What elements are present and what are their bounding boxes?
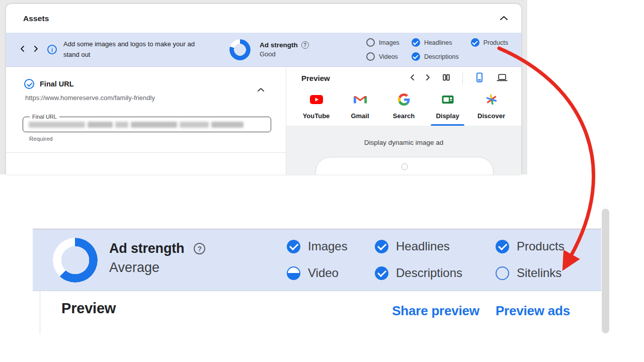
tab-label: YouTube bbox=[303, 112, 330, 120]
circle-unchecked-icon bbox=[496, 266, 509, 280]
ad-strength-value: Average bbox=[109, 260, 205, 276]
scrollbar[interactable] bbox=[602, 209, 609, 333]
check-circle-icon bbox=[375, 266, 388, 280]
tab-discover[interactable]: Discover bbox=[469, 90, 513, 126]
preview-next-button[interactable] bbox=[426, 74, 430, 82]
check-label: Videos bbox=[379, 53, 398, 60]
asset-check-descriptions[interactable]: Descriptions bbox=[375, 266, 462, 280]
ad-strength-label: Ad strength bbox=[260, 41, 298, 49]
tab-display[interactable]: Display bbox=[426, 90, 469, 126]
chevron-right-icon bbox=[34, 45, 38, 54]
chevron-right-icon bbox=[426, 74, 430, 82]
preview-header-row: Preview Share preview Preview ads bbox=[40, 291, 601, 334]
check-label: Images bbox=[379, 39, 399, 46]
circle-unchecked-icon bbox=[366, 38, 375, 47]
checklist-column-2: Headlines Descriptions bbox=[375, 239, 462, 280]
info-icon: i bbox=[47, 45, 57, 54]
mobile-phone-icon bbox=[474, 72, 485, 84]
section-divider bbox=[6, 152, 286, 153]
screenshot-stage: Assets bbox=[0, 0, 644, 362]
help-icon[interactable]: ? bbox=[301, 41, 309, 49]
suggestion-message: Add some images and logos to make your a… bbox=[63, 39, 208, 60]
check-label: Products bbox=[517, 239, 565, 253]
chevron-left-icon bbox=[410, 74, 415, 82]
check-label: Headlines bbox=[396, 239, 450, 253]
preview-ads-link[interactable]: Preview ads bbox=[496, 303, 570, 319]
half-circle-icon bbox=[287, 266, 300, 280]
circle-unchecked-icon bbox=[366, 52, 375, 61]
preview-channel-tabs: YouTube bbox=[286, 89, 521, 126]
tab-label: Gmail bbox=[351, 112, 369, 120]
tab-youtube[interactable]: YouTube bbox=[294, 90, 338, 126]
mobile-preview-button[interactable] bbox=[474, 72, 485, 84]
help-icon[interactable]: ? bbox=[194, 243, 205, 254]
check-circle-icon bbox=[496, 240, 509, 253]
chevron-up-icon bbox=[500, 15, 508, 22]
asset-check-images[interactable]: Images bbox=[366, 38, 399, 47]
collapse-final-url-button[interactable] bbox=[257, 86, 265, 94]
required-helper-text: Required bbox=[29, 136, 53, 142]
suggestion-nav bbox=[20, 45, 38, 54]
check-circle-icon bbox=[375, 240, 388, 253]
final-url-input[interactable]: Final URL bbox=[23, 117, 271, 132]
asset-check-video[interactable]: Video bbox=[287, 266, 348, 280]
columns-icon bbox=[441, 72, 451, 84]
checklist-column-3: Products Sitelinks bbox=[496, 239, 565, 280]
ad-preview-caption: Display dynamic image ad bbox=[286, 139, 521, 146]
check-circle-icon bbox=[412, 38, 420, 47]
desktop-preview-button[interactable] bbox=[496, 72, 508, 84]
ad-preview-area: Display dynamic image ad bbox=[286, 126, 521, 174]
preview-toolbar bbox=[410, 72, 508, 84]
ad-strength-banner-zoomed: Ad strength ? Average Images Video H bbox=[33, 229, 601, 291]
checklist-column-1: Images Video bbox=[287, 239, 348, 280]
asset-check-headlines[interactable]: Headlines bbox=[412, 38, 459, 47]
check-label: Images bbox=[308, 239, 348, 253]
redacted-input-value bbox=[23, 117, 271, 132]
laptop-icon bbox=[496, 72, 508, 84]
check-circle-icon bbox=[412, 52, 420, 61]
next-suggestion-button[interactable] bbox=[34, 45, 38, 54]
check-outline-icon bbox=[24, 79, 34, 89]
share-preview-link[interactable]: Share preview bbox=[392, 303, 479, 319]
tab-label: Discover bbox=[477, 112, 505, 120]
ad-strength-value: Good bbox=[260, 50, 309, 58]
tab-label: Display bbox=[436, 112, 459, 120]
suggestion-message-line1: Add some images and logos to make your a… bbox=[63, 39, 208, 50]
collapse-assets-button[interactable] bbox=[500, 15, 508, 22]
preview-links: Share preview Preview ads bbox=[392, 303, 570, 319]
asset-check-descriptions[interactable]: Descriptions bbox=[412, 52, 459, 61]
check-label: Video bbox=[308, 266, 339, 280]
assets-section-title: Assets bbox=[23, 14, 49, 23]
phone-mockup bbox=[315, 157, 494, 174]
check-circle-icon bbox=[287, 240, 300, 253]
zoomed-ad-strength-callout: Ad strength ? Average Images Video H bbox=[33, 229, 601, 334]
final-url-title: Final URL bbox=[40, 80, 74, 88]
check-label: Products bbox=[484, 39, 508, 46]
previous-suggestion-button[interactable] bbox=[20, 45, 25, 54]
assets-card: Assets bbox=[6, 4, 521, 174]
preview-title: Preview bbox=[301, 74, 330, 82]
chevron-left-icon bbox=[20, 45, 25, 54]
google-ads-assets-screenshot: Assets bbox=[0, 0, 527, 174]
compare-columns-button[interactable] bbox=[441, 72, 451, 84]
asset-check-products[interactable]: Products bbox=[471, 38, 508, 47]
display-ads-icon bbox=[441, 93, 454, 107]
tab-label: Search bbox=[393, 112, 415, 120]
asset-check-products[interactable]: Products bbox=[496, 239, 565, 253]
tab-gmail[interactable]: Gmail bbox=[338, 90, 382, 126]
tab-search[interactable]: Search bbox=[382, 90, 426, 126]
ad-strength-summary: Ad strength ? Average bbox=[109, 241, 205, 276]
preview-previous-button[interactable] bbox=[410, 74, 415, 82]
asset-check-videos[interactable]: Videos bbox=[366, 52, 399, 61]
preview-heading: Preview bbox=[61, 300, 116, 317]
asset-check-headlines[interactable]: Headlines bbox=[375, 239, 462, 253]
asset-check-images[interactable]: Images bbox=[287, 239, 348, 253]
assets-content: Final URL https://www.homereserve.com/fa… bbox=[6, 67, 521, 174]
check-label: Headlines bbox=[424, 39, 452, 46]
check-label: Descriptions bbox=[424, 53, 459, 60]
asset-check-sitelinks[interactable]: Sitelinks bbox=[496, 266, 565, 280]
asset-checklist: Images Videos Headlines bbox=[366, 38, 508, 61]
google-g-icon bbox=[398, 93, 410, 107]
phone-camera-dot bbox=[401, 163, 408, 170]
ad-strength-gauge bbox=[229, 39, 251, 60]
